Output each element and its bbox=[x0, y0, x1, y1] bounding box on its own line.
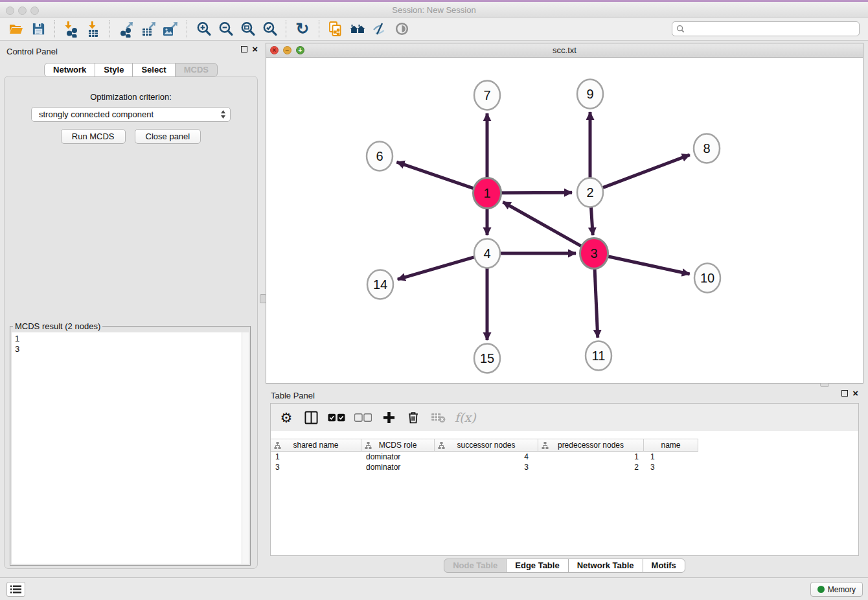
tab-mcds[interactable]: MCDS bbox=[175, 63, 218, 77]
table-cell: 1 bbox=[644, 452, 698, 462]
save-icon[interactable] bbox=[27, 19, 49, 40]
function-builder-icon[interactable]: f(x) bbox=[455, 409, 476, 426]
float-panel-icon[interactable] bbox=[241, 46, 247, 52]
export-image-icon[interactable] bbox=[159, 19, 181, 40]
column-header-name[interactable]: name bbox=[644, 439, 698, 452]
zoom-check-icon[interactable] bbox=[258, 19, 280, 40]
graph-edge-3-11[interactable] bbox=[595, 267, 598, 338]
tab-motifs[interactable]: Motifs bbox=[643, 559, 685, 573]
refresh-icon[interactable]: ↻ bbox=[291, 19, 314, 40]
task-history-button[interactable] bbox=[6, 582, 25, 597]
graph-edge-1-2[interactable] bbox=[501, 192, 572, 193]
graph-node-3[interactable]: 3 bbox=[580, 238, 608, 269]
tab-select[interactable]: Select bbox=[132, 63, 175, 77]
status-bar: Memory bbox=[0, 577, 868, 600]
graph-node-1[interactable]: 1 bbox=[474, 178, 501, 209]
graph-node-label: 1 bbox=[483, 186, 490, 200]
network-window-titlebar[interactable]: × − + scc.txt bbox=[266, 43, 863, 58]
table-row[interactable]: 1dominator411 bbox=[271, 452, 858, 462]
node-table-container: ⚙ f(x) bbox=[270, 403, 859, 556]
window-titlebar: Session: New Session bbox=[0, 0, 868, 17]
delete-column-icon[interactable] bbox=[405, 409, 421, 426]
add-column-icon[interactable] bbox=[381, 409, 396, 426]
graph-node-15[interactable]: 15 bbox=[474, 344, 500, 373]
toolbar-separator bbox=[286, 20, 286, 38]
graph-edge-1-6[interactable] bbox=[396, 162, 474, 189]
show-columns-icon[interactable] bbox=[328, 409, 345, 426]
graph-edge-2-8[interactable] bbox=[603, 155, 690, 188]
graph-node-2[interactable]: 2 bbox=[577, 178, 603, 207]
graph-edge-3-10[interactable] bbox=[608, 256, 690, 274]
graph-node-9[interactable]: 9 bbox=[577, 80, 603, 109]
import-table-icon[interactable] bbox=[82, 19, 104, 40]
column-header-predecessor-nodes[interactable]: predecessor nodes bbox=[538, 439, 644, 452]
graph-node-7[interactable]: 7 bbox=[474, 81, 500, 110]
graph-node-6[interactable]: 6 bbox=[367, 142, 393, 171]
memory-button[interactable]: Memory bbox=[810, 582, 863, 597]
open-folder-icon[interactable] bbox=[5, 19, 27, 40]
import-network-icon[interactable] bbox=[60, 19, 82, 40]
float-panel-icon[interactable] bbox=[841, 390, 848, 397]
graph-edge-2-3[interactable] bbox=[591, 206, 593, 235]
app-window: Session: New Session bbox=[0, 0, 868, 600]
graph-edge-4-14[interactable] bbox=[398, 257, 474, 279]
gear-icon[interactable]: ⚙ bbox=[279, 409, 294, 426]
tree-icon bbox=[365, 442, 372, 449]
list-icon bbox=[10, 585, 21, 594]
tree-icon bbox=[542, 442, 549, 449]
criterion-dropdown-value: strongly connected component bbox=[39, 110, 154, 119]
network-graph: 7968124314101511 bbox=[266, 58, 863, 384]
graph-node-label: 2 bbox=[586, 185, 593, 200]
toolbar-separator bbox=[187, 20, 187, 38]
criterion-dropdown[interactable]: strongly connected component bbox=[31, 107, 231, 122]
tab-style[interactable]: Style bbox=[95, 63, 133, 77]
network-canvas[interactable]: 7968124314101511 bbox=[266, 58, 863, 383]
tab-network-table[interactable]: Network Table bbox=[568, 559, 643, 573]
homes-icon[interactable] bbox=[347, 19, 369, 40]
tab-node-table[interactable]: Node Table bbox=[444, 559, 507, 573]
result-scrollbar[interactable] bbox=[242, 332, 249, 564]
graph-node-4[interactable]: 4 bbox=[474, 239, 500, 268]
eye-icon[interactable] bbox=[391, 19, 413, 40]
export-table-icon[interactable] bbox=[137, 19, 159, 40]
graph-node-label: 10 bbox=[700, 271, 714, 285]
graph-edge-3-1[interactable] bbox=[503, 202, 582, 247]
search-input[interactable] bbox=[688, 25, 855, 34]
toolbar-separator bbox=[319, 20, 319, 38]
columns-icon[interactable] bbox=[303, 409, 319, 426]
zoom-out-icon[interactable] bbox=[214, 19, 236, 40]
table-body: 1dominator4113dominator323 bbox=[271, 452, 858, 555]
table-cell: 3 bbox=[435, 462, 538, 472]
close-panel-icon[interactable]: × bbox=[252, 45, 258, 53]
tree-icon bbox=[274, 442, 281, 449]
main-toolbar: ↻ bbox=[0, 17, 868, 41]
graph-node-11[interactable]: 11 bbox=[586, 341, 611, 371]
graph-node-label: 14 bbox=[373, 277, 387, 292]
export-network-icon[interactable] bbox=[115, 19, 137, 40]
close-panel-button[interactable]: Close panel bbox=[135, 129, 201, 144]
zoom-in-icon[interactable] bbox=[192, 19, 214, 40]
graph-node-10[interactable]: 10 bbox=[694, 264, 720, 293]
dropdown-stepper-icon bbox=[220, 110, 226, 123]
column-header-mcds-role[interactable]: MCDS role bbox=[361, 439, 435, 452]
graph-node-label: 7 bbox=[483, 88, 490, 102]
eye-slash-icon[interactable] bbox=[369, 19, 391, 40]
tab-network[interactable]: Network bbox=[44, 63, 95, 77]
close-panel-icon[interactable]: × bbox=[852, 389, 858, 397]
tab-edge-table[interactable]: Edge Table bbox=[506, 559, 568, 573]
zoom-fit-icon[interactable] bbox=[236, 19, 258, 40]
column-header-successor-nodes[interactable]: successor nodes bbox=[435, 439, 538, 452]
table-toolbar: ⚙ f(x) bbox=[271, 404, 858, 431]
control-panel-title: Control Panel bbox=[6, 47, 58, 56]
graph-node-label: 8 bbox=[703, 141, 710, 156]
network-document-icon[interactable] bbox=[325, 19, 347, 40]
search-box[interactable] bbox=[672, 21, 860, 36]
column-header-shared-name[interactable]: shared name bbox=[271, 439, 361, 452]
delete-table-icon[interactable] bbox=[430, 409, 446, 426]
hide-columns-icon[interactable] bbox=[354, 409, 372, 426]
control-panel: Control Panel × NetworkStyleSelectMCDS O… bbox=[0, 43, 262, 575]
graph-node-8[interactable]: 8 bbox=[694, 134, 720, 163]
table-row[interactable]: 3dominator323 bbox=[271, 462, 858, 472]
graph-node-14[interactable]: 14 bbox=[367, 270, 393, 299]
run-mcds-button[interactable]: Run MCDS bbox=[61, 129, 126, 144]
